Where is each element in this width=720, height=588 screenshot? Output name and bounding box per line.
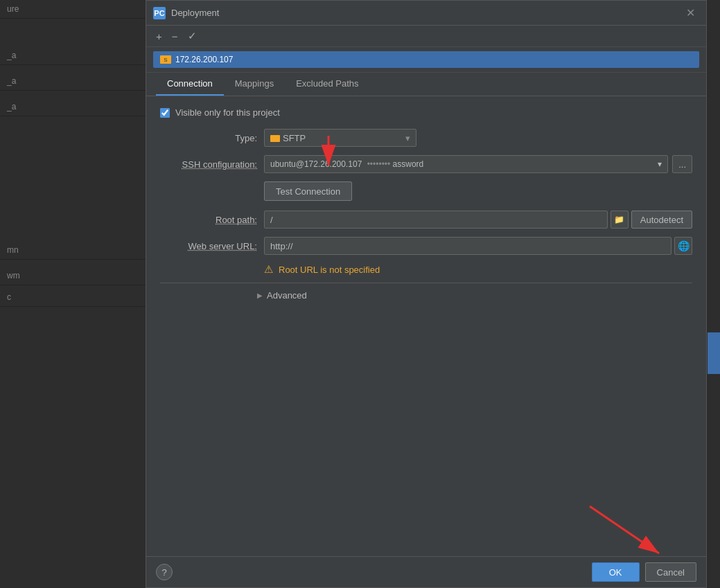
web-url-input[interactable] xyxy=(264,237,671,255)
sidebar-item-a3: _a xyxy=(0,98,152,116)
ssh-label: SSH configuration: xyxy=(160,159,257,170)
cancel-button[interactable]: Cancel xyxy=(645,562,696,582)
globe-icon: 🌐 xyxy=(674,237,692,255)
visible-checkbox-label: Visible only for this project xyxy=(175,107,280,118)
add-button[interactable]: + xyxy=(153,29,165,44)
tab-content-connection: Visible only for this project Type: SFTP… xyxy=(146,96,706,556)
visible-checkbox-row: Visible only for this project xyxy=(160,107,692,118)
tab-excluded-paths[interactable]: Excluded Paths xyxy=(285,73,369,96)
right-scrollbar xyxy=(708,0,720,588)
advanced-row[interactable]: ▶ Advanced xyxy=(257,287,692,303)
bottom-bar: ? OK Cancel xyxy=(146,556,706,587)
sftp-icon: S xyxy=(160,55,171,64)
root-path-row: Root path: 📁 Autodetect xyxy=(160,211,692,229)
type-row: Type: SFTP ▾ xyxy=(160,129,692,147)
autodetect-button[interactable]: Autodetect xyxy=(631,211,692,229)
content-area: Connection Mappings Excluded Paths Visib… xyxy=(146,73,706,556)
separator xyxy=(160,283,692,283)
web-url-row: Web server URL: 🌐 xyxy=(160,237,692,255)
advanced-label: Advanced xyxy=(267,290,307,301)
ssh-arrow: ▾ xyxy=(658,159,662,169)
ssh-dots-button[interactable]: ... xyxy=(672,155,692,173)
ssh-suffix: assword xyxy=(393,159,424,169)
close-button[interactable]: ✕ xyxy=(682,5,699,21)
ssh-row: SSH configuration: ubuntu@172.26.200.107… xyxy=(160,155,692,173)
ssh-value: ubuntu@172.26.200.107 xyxy=(270,159,362,169)
tab-connection[interactable]: Connection xyxy=(156,73,224,96)
browse-button[interactable]: 📁 xyxy=(611,211,629,229)
web-url-label: Web server URL: xyxy=(160,241,257,251)
deployment-dialog: PC Deployment ✕ + − ✓ S 172.26.200.107 C… xyxy=(146,0,707,588)
type-arrow: ▾ xyxy=(405,133,410,143)
ok-button[interactable]: OK xyxy=(592,562,640,582)
ssh-password-mask: •••••••• xyxy=(367,159,391,169)
tab-mappings[interactable]: Mappings xyxy=(224,73,285,96)
sidebar-item-a2: _a xyxy=(0,72,152,91)
remove-button[interactable]: − xyxy=(169,29,181,44)
warning-text: Root URL is not specified xyxy=(279,265,380,275)
dialog-title: Deployment xyxy=(171,8,219,18)
right-indicator xyxy=(708,332,720,374)
root-path-label: Root path: xyxy=(160,215,257,225)
type-value: SFTP xyxy=(283,133,306,143)
server-name: 172.26.200.107 xyxy=(175,55,233,64)
sidebar-item-ure: ure xyxy=(0,0,152,19)
chevron-right-icon: ▶ xyxy=(257,292,263,299)
toolbar: + − ✓ xyxy=(146,26,706,47)
web-url-controls: 🌐 xyxy=(264,237,692,255)
test-connection-button[interactable]: Test Connection xyxy=(264,181,352,201)
type-label: Type: xyxy=(160,133,257,143)
type-select[interactable]: SFTP ▾ xyxy=(264,129,416,147)
root-path-input[interactable] xyxy=(264,211,608,229)
sidebar-item-mn: mn xyxy=(0,241,152,260)
test-connection-row: Test Connection xyxy=(264,181,692,201)
title-bar: PC Deployment ✕ xyxy=(146,1,706,26)
help-button[interactable]: ? xyxy=(156,564,173,580)
sidebar-item-a1: _a xyxy=(0,46,152,65)
bottom-actions: OK Cancel xyxy=(592,562,696,582)
app-icon: PC xyxy=(153,7,166,19)
server-list-item[interactable]: S 172.26.200.107 xyxy=(153,51,699,68)
tabs: Connection Mappings Excluded Paths xyxy=(146,73,706,96)
check-button[interactable]: ✓ xyxy=(185,28,200,44)
root-path-controls: 📁 Autodetect xyxy=(264,211,692,229)
warning-icon: ⚠ xyxy=(264,263,273,276)
ssh-config-row: ubuntu@172.26.200.107 •••••••• assword ▾… xyxy=(264,155,692,173)
sidebar-item-c: c xyxy=(0,288,152,307)
sidebar-item-wm: wm xyxy=(0,267,152,285)
visible-checkbox[interactable] xyxy=(160,108,170,118)
ssh-select[interactable]: ubuntu@172.26.200.107 •••••••• assword ▾ xyxy=(264,155,668,173)
warning-row: ⚠ Root URL is not specified xyxy=(264,263,692,276)
